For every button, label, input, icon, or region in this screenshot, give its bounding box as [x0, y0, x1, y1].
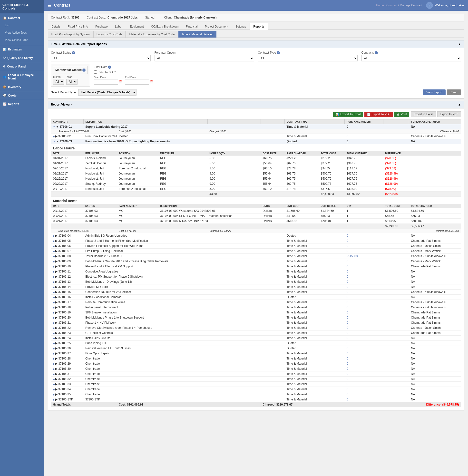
export-excel-button-2[interactable]: Export to Excel	[411, 111, 436, 117]
table-row[interactable]: ▶ 37106-26Reinstall existing EHT onto 3 …	[51, 346, 461, 351]
sidebar-item-list[interactable]: List	[0, 22, 44, 29]
table-row[interactable]: ▶ 37106-07Fire Pump Building ElectricalT…	[51, 249, 461, 254]
client-value: Chemtrade (formerly Canexus)	[174, 16, 217, 19]
end-date-input[interactable]	[125, 79, 149, 85]
sidebar-header-control[interactable]: ⚙ Control Panel	[0, 63, 44, 70]
sidebar-header-estimates[interactable]: 📊 Estimates	[0, 46, 44, 53]
sidebar-divider-3	[0, 62, 44, 62]
table-row[interactable]: ▶ 37106-16Install 2 additional CamerasQu…	[51, 295, 461, 300]
tab-labor-cost-code[interactable]: Labor by Cost Code	[93, 31, 126, 38]
contract-info-bar: Contract Ref#: 37106 Contract Desc: Chem…	[48, 14, 464, 21]
table-row[interactable]: ▶ 37106-17Reroute Communication WiresTim…	[51, 300, 461, 305]
tab-equipment[interactable]: Equipment	[126, 23, 147, 30]
table-row[interactable]: ▶ 37106-30ChemtradeTime & Material0NA	[51, 366, 461, 372]
report-options-header[interactable]: Time & Material Detailed Report Options …	[48, 41, 464, 48]
print-button[interactable]: 🖨 Print	[395, 112, 409, 117]
table-row[interactable]: ▶ 37106-34ChemtradeTime & Material0NA	[51, 387, 461, 392]
table-row[interactable]: ▶ 37106-29ChemtradeTime & Material0NA	[51, 361, 461, 366]
tab-fixed-price-info[interactable]: Fixed Price Info	[64, 23, 92, 30]
sidebar-header-contract[interactable]: 📋 Contract	[0, 14, 44, 22]
sidebar-item-view-active-jobs[interactable]: View Active Jobs	[0, 29, 44, 36]
table-row[interactable]: ▶ 37106-19SF6 Breaker InstallationTime &…	[51, 310, 461, 315]
table-row[interactable]: ▶ 37106-35ChemtradeTime & Material0NA	[51, 392, 461, 397]
report-type-select[interactable]: Full Detail - (Costs, Charges & Totals)	[78, 89, 136, 96]
table-row[interactable]: ▶ 37106-25Brine Piping EHTQuoted0NA	[51, 341, 461, 346]
contract-type-info-icon[interactable]: i	[277, 51, 280, 54]
tab-material-expenses[interactable]: Material & Expenses by Cost Code	[126, 31, 178, 38]
sidebar-header-quote[interactable]: 💬 Quote	[0, 92, 44, 99]
start-date-input[interactable]	[94, 79, 118, 85]
table-row[interactable]: ▶ 37106-13Bob McManus - Drawings (June 1…	[51, 279, 461, 284]
filter-by-date-checkbox[interactable]	[94, 71, 97, 74]
contract-type-select[interactable]: All	[258, 55, 358, 61]
table-row[interactable]: ▶ 37106-05Phase 2 and 3 Harmonic Filter …	[51, 238, 461, 244]
tab-labor[interactable]: Labor	[111, 23, 126, 30]
contract-status-info-icon[interactable]: i	[72, 51, 75, 54]
month-select[interactable]: All	[53, 79, 64, 85]
contracts-select[interactable]: All	[362, 55, 461, 61]
report-viewer-header[interactable]: Report Viewer - ▲	[48, 101, 464, 108]
table-row[interactable]: ▶ 37106-21Phase 1-4 HV PM WorkTime & Mat…	[51, 320, 461, 325]
view-report-button[interactable]: View Report	[423, 89, 446, 95]
table-row[interactable]: ▶ 37106-28ChemtradeTime & Material0NA	[51, 356, 461, 361]
export-pdf-button-2[interactable]: Export to PDF	[437, 111, 461, 117]
breadcrumb-home[interactable]: Home	[376, 4, 384, 7]
menu-icon[interactable]: ☰	[48, 3, 51, 8]
table-row[interactable]: ▶ 37106-31ChemtradeTime & Material0NA	[51, 372, 461, 376]
report-type-row: Select Report Type Full Detail - (Costs,…	[51, 89, 461, 96]
table-row: 02/16/2017Nordquist, JeffForeman 2 Indus…	[51, 166, 461, 171]
table-row: 3$2,249.10$2,586.47	[51, 224, 461, 229]
sidebar-divider-4	[0, 71, 44, 71]
tab-details[interactable]: Details	[48, 23, 64, 30]
tab-settings[interactable]: Settings	[232, 23, 249, 30]
contracts-info-icon[interactable]: i	[375, 51, 378, 54]
contract-ref-label: Contract Ref#:	[51, 16, 70, 19]
tab-financial[interactable]: Financial	[182, 23, 201, 30]
table-row[interactable]: ▶ 37106-06Provide Electrical Support for…	[51, 244, 461, 249]
end-date-calendar-icon[interactable]: 📅	[150, 80, 153, 84]
table-row[interactable]: ▶ 37106-18Potter panel interconnectTime …	[51, 305, 461, 310]
tab-purchase[interactable]: Purchase	[92, 23, 111, 30]
table-row[interactable]: ▶ 37106-20Bob McManus Phase 1 to Shutdow…	[51, 315, 461, 320]
sidebar-header-labor[interactable]: 👥 Labor & Employee Mgmt	[0, 72, 44, 82]
table-row[interactable]: ▶ 37106-14Provide Kirk LockTime & Materi…	[51, 284, 461, 289]
clear-button[interactable]: Clear	[447, 89, 461, 95]
breadcrumb-contract[interactable]: Contract	[386, 4, 397, 7]
month-year-info-icon[interactable]: i	[82, 69, 86, 72]
table-row[interactable]: ▶ 37106-02Run Coax Cable for Cell Booste…	[51, 134, 461, 139]
table-row[interactable]: ▶ 37106-23GE Rectifier ControlsTime & Ma…	[51, 331, 461, 336]
sidebar-item-view-closed-jobs[interactable]: View Closed Jobs	[0, 36, 44, 44]
export-excel-button-1[interactable]: 📊 Export To Excel	[333, 112, 363, 117]
sidebar-header-quality[interactable]: 🛡 Quality and Safety	[0, 54, 44, 62]
table-row[interactable]: ▶ 37106-11Corrosive Area UpgradesTime & …	[51, 269, 461, 274]
table-row[interactable]: ▶ 37106-12Electrical PM Support for Phas…	[51, 274, 461, 279]
table-row[interactable]: ▶ 37106-10Phase 6 and 7 Electrical PM Su…	[51, 264, 461, 269]
tab-project-doc[interactable]: Project Document	[201, 23, 232, 30]
table-row[interactable]: ▶ 37106-09Bob McManus On-Site 2017 and P…	[51, 259, 461, 264]
table-row[interactable]: ▶ 37106-33ChemtradeTime & Material0NA	[51, 382, 461, 387]
tab-time-material[interactable]: Time & Material Detailed	[178, 31, 217, 38]
contract-status-select[interactable]: All	[51, 55, 151, 61]
table-row[interactable]: ▶ 37106-15Connection DC Bus for 2A Recti…	[51, 289, 461, 295]
table-row[interactable]: ▶ 37106-08Taylor Boards 2017 Phase 1Time…	[51, 254, 461, 259]
foreman-option-select[interactable]: All	[155, 55, 254, 61]
filter-data-info-icon[interactable]: i	[108, 66, 111, 69]
table-row[interactable]: ▶ 37106-STK37106-STKTime & Material0NA	[51, 397, 461, 402]
table-row[interactable]: ▼ 37106-01Supply Lamicoids during 2017Ti…	[51, 124, 461, 130]
table-row[interactable]: ▶ 37106-32ChemtradeTime & Material0NA	[51, 376, 461, 382]
start-date-calendar-icon[interactable]: 📅	[119, 80, 122, 84]
table-row[interactable]: ▼ 37106-03Residual invoice from 2016/ IO…	[51, 139, 461, 144]
sidebar-header-inventory[interactable]: 📦 Inventory	[0, 83, 44, 91]
table-row[interactable]: ▶ 37106-22Remove Old Switches room Phase…	[51, 325, 461, 331]
table-row[interactable]: ▶ 37106-27Fibre Optic RepairTime & Mater…	[51, 351, 461, 356]
report-viewer-panel: Report Viewer - ▲ 📊 Export To Excel 📄 Ex…	[48, 101, 464, 410]
sidebar-header-reports[interactable]: 📈 Reports	[0, 101, 44, 108]
table-row[interactable]: ▶ 37106-04Admin Bldg I O Room UpgradesQu…	[51, 233, 461, 238]
tab-co-extra[interactable]: CO/Extra Breakdown	[147, 23, 182, 30]
export-pdf-button-1[interactable]: 📄 Export To PDF	[365, 112, 393, 117]
started-field: Started:	[145, 16, 157, 19]
tab-reports[interactable]: Reports	[249, 23, 268, 30]
table-row[interactable]: ▶ 37106-24Install UPS CircuitsTime & Mat…	[51, 336, 461, 341]
year-select[interactable]: All	[66, 79, 77, 85]
tab-fixed-price-report[interactable]: Fixed Price Report by System	[48, 31, 93, 38]
